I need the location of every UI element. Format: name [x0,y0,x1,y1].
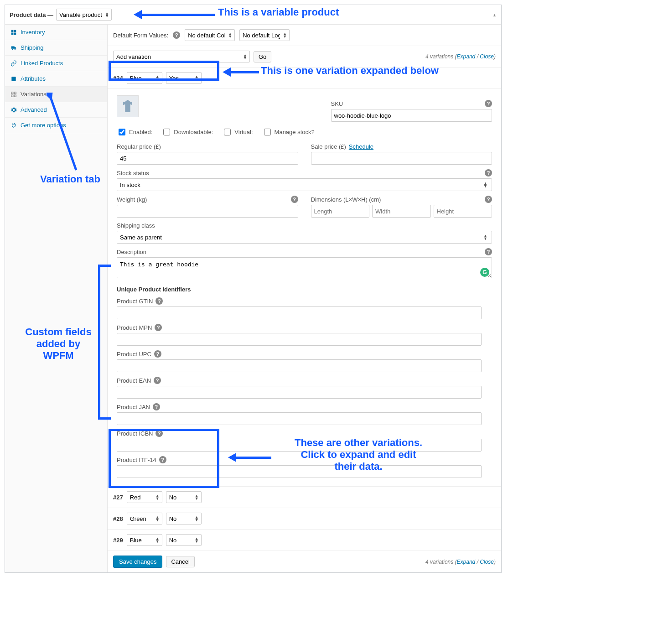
tab-shipping[interactable]: Shipping [5,40,107,55]
help-icon[interactable]: ? [485,169,492,177]
variation-expanded: SKU ? Enabled: Downloadable: Virtual: Ma… [108,89,501,487]
weight-label: Weight (kg) [117,196,147,203]
variation-color-select[interactable]: Red [127,491,162,503]
variation-id: #34 [113,75,123,82]
variation-thumbnail[interactable] [117,95,139,117]
shipping-class-label: Shipping class [117,222,155,229]
variation-row[interactable]: #27Red▲▼No▲▼ [108,487,501,508]
variation-logo-select[interactable]: No [166,513,202,525]
sku-input[interactable] [331,109,492,122]
variation-logo-select[interactable]: No [166,534,202,546]
default-color-select[interactable]: No default Color… [185,29,235,41]
variation-color-select[interactable]: Blue [127,534,162,546]
help-icon[interactable]: ? [154,377,161,384]
tab-label: Variations [21,91,47,98]
save-row: Save changes Cancel 4 variations (Expand… [108,551,501,572]
variation-id: #28 [113,515,123,522]
help-icon[interactable]: ? [173,31,180,39]
regular-price-input[interactable] [117,152,298,165]
add-variation-select[interactable]: Add variation [113,51,250,62]
upi-input[interactable] [117,465,482,478]
svg-rect-3 [11,92,13,93]
help-icon[interactable]: ? [154,350,161,358]
plugin-icon [10,122,17,129]
product-data-panel: Product data — Variable product ▲▼ Inven… [5,5,502,573]
attributes-icon [10,76,17,82]
default-logo-select[interactable]: No default Logo… [239,29,290,41]
enabled-check[interactable]: Enabled: [117,127,152,137]
help-icon[interactable]: ? [485,196,492,203]
length-input[interactable] [311,205,370,218]
width-input[interactable] [372,205,431,218]
svg-rect-2 [11,77,16,81]
svg-point-1 [15,48,16,49]
dimensions-label: Dimensions (L×W×H) (cm) [311,196,381,203]
add-variation-row: Add variation ▲▼ Go 4 variations (Expand… [108,46,501,68]
close-link[interactable]: Close [480,53,494,60]
tab-label: Advanced [21,106,47,113]
default-form-values-row: Default Form Values: ? No default Color…… [108,25,501,46]
schedule-link[interactable]: Schedule [349,143,373,150]
variations-count-bottom: 4 variations (Expand / Close) [425,559,496,565]
variation-logo-select[interactable]: Yes [166,72,202,84]
variation-color-select[interactable]: Green [127,513,162,525]
description-label: Description [117,249,146,255]
variation-checks: Enabled: Downloadable: Virtual: Manage s… [117,127,492,137]
tab-advanced[interactable]: Advanced [5,102,107,117]
upi-input[interactable] [117,439,482,452]
help-icon[interactable]: ? [485,248,492,255]
help-icon[interactable]: ? [485,100,492,107]
close-link[interactable]: Close [480,559,494,565]
variation-color-select[interactable]: Blue [127,72,162,84]
upi-input[interactable] [117,386,482,399]
shipping-class-select[interactable]: Same as parent [117,231,492,244]
description-textarea[interactable]: This is a great hoodie [117,257,492,278]
upi-label: Product ITF-14 [117,457,156,463]
tab-variations[interactable]: Variations [5,87,107,102]
tab-inventory[interactable]: Inventory [5,25,107,40]
go-button[interactable]: Go [254,51,271,62]
help-icon[interactable]: ? [291,196,298,203]
upi-label: Product JAN [117,404,150,410]
variations-count: 4 variations (Expand / Close) [425,53,496,60]
help-icon[interactable]: ? [155,297,163,305]
stock-status-label: Stock status [117,170,149,177]
help-icon[interactable]: ? [155,324,162,331]
collapse-panel-toggle[interactable] [492,12,497,17]
expand-link[interactable]: Expand [457,559,476,565]
upi-input[interactable] [117,333,482,346]
svg-rect-5 [11,95,13,97]
variation-row[interactable]: #28Green▲▼No▲▼ [108,508,501,530]
tab-linked-products[interactable]: Linked Products [5,56,107,71]
tab-label: Shipping [21,44,44,51]
default-form-values-label: Default Form Values: [113,32,168,39]
cancel-button[interactable]: Cancel [166,556,194,567]
variation-row-34[interactable]: #34 Blue▲▼ Yes▲▼ [108,68,501,89]
variation-logo-select[interactable]: No [166,491,202,503]
virtual-check[interactable]: Virtual: [222,127,253,137]
stock-status-select[interactable]: In stock [117,178,492,191]
inventory-icon [10,29,17,36]
sale-price-input[interactable] [311,152,492,165]
weight-input[interactable] [117,205,298,218]
variations-content: Default Form Values: ? No default Color…… [108,25,501,572]
sku-label: SKU [331,100,343,107]
product-type-select[interactable]: Variable product [56,9,112,21]
help-icon[interactable]: ? [155,430,163,437]
manage-stock-check[interactable]: Manage stock? [262,127,315,137]
help-icon[interactable]: ? [153,403,160,410]
tab-more-options[interactable]: Get more options [5,118,107,133]
panel-header: Product data — Variable product ▲▼ [5,5,501,25]
tab-attributes[interactable]: Attributes [5,71,107,86]
upi-input[interactable] [117,412,482,425]
save-button[interactable]: Save changes [113,556,162,568]
variation-row[interactable]: #29Blue▲▼No▲▼ [108,530,501,551]
height-input[interactable] [434,205,492,218]
tab-label: Attributes [21,75,46,82]
downloadable-check[interactable]: Downloadable: [161,127,213,137]
upi-input[interactable] [117,306,482,319]
tab-label: Get more options [21,122,66,129]
help-icon[interactable]: ? [159,456,166,463]
upi-input[interactable] [117,359,482,372]
expand-link[interactable]: Expand [457,53,476,60]
